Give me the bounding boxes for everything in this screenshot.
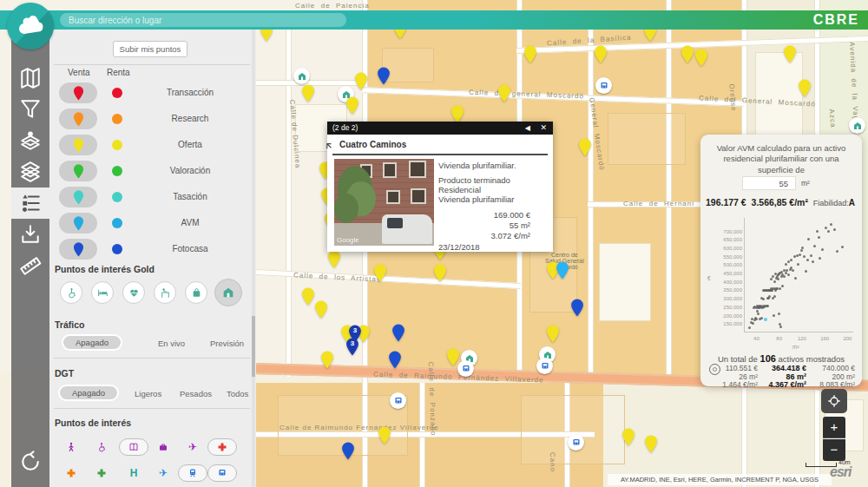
option-previsión[interactable]: Previsión xyxy=(210,339,244,348)
venta-toggle-avm[interactable] xyxy=(59,213,97,234)
train-map-marker[interactable] xyxy=(390,392,406,409)
renta-dot-fotocasa[interactable] xyxy=(112,244,122,254)
popup-prev-icon[interactable]: ◀ xyxy=(525,122,530,135)
app-logo[interactable] xyxy=(7,3,54,49)
poi-train-button[interactable] xyxy=(178,464,207,482)
option-pesados[interactable]: Pesados xyxy=(180,389,212,398)
lightblue-map-pin[interactable] xyxy=(556,261,569,280)
scrollbar-thumb[interactable] xyxy=(252,316,255,377)
yellow-map-pin[interactable] xyxy=(681,45,694,63)
yellow-map-pin[interactable] xyxy=(433,264,447,282)
renta-dot-oferta[interactable] xyxy=(112,140,122,150)
poi-wheelchair-button[interactable] xyxy=(92,438,111,456)
popup-close-icon[interactable]: ✕ xyxy=(540,122,547,135)
rail-item-legend[interactable] xyxy=(11,188,49,219)
panel-toggle-icon[interactable] xyxy=(709,364,720,375)
venta-column-header: Venta xyxy=(68,68,90,77)
refresh-button[interactable] xyxy=(11,443,49,481)
poi-plane-button[interactable]: ✈ xyxy=(183,438,202,456)
train-map-marker[interactable] xyxy=(595,77,612,94)
yellow-map-pin[interactable] xyxy=(314,300,328,319)
renta-dot-tasación[interactable] xyxy=(112,192,122,202)
building-map-marker[interactable] xyxy=(293,68,310,84)
upload-points-button[interactable]: Subir mis puntos xyxy=(113,41,187,57)
venta-toggle-transacción[interactable] xyxy=(59,82,97,103)
building-map-marker[interactable] xyxy=(849,117,865,134)
sidebar-scrollbar[interactable] xyxy=(252,30,255,487)
venta-toggle-oferta[interactable] xyxy=(59,135,97,155)
poi-briefcase-button[interactable] xyxy=(154,438,173,456)
renta-dot-transacción[interactable] xyxy=(112,88,122,98)
train-map-marker[interactable] xyxy=(568,434,584,451)
option-apagado[interactable]: Apagado xyxy=(58,385,119,401)
yellow-map-pin[interactable] xyxy=(373,264,387,282)
blue-map-pin[interactable] xyxy=(570,299,584,317)
gold-heart-button[interactable] xyxy=(122,281,145,304)
yellow-map-pin[interactable] xyxy=(783,45,797,63)
rail-item-layers-globe[interactable] xyxy=(11,125,49,156)
yellow-map-pin[interactable] xyxy=(327,250,341,268)
rail-item-basemap[interactable] xyxy=(11,63,49,94)
scatter-point xyxy=(801,247,804,249)
yellow-map-pin[interactable] xyxy=(301,84,315,102)
locate-button[interactable] xyxy=(821,389,847,413)
yellow-map-pin[interactable] xyxy=(621,428,635,446)
poi-person-button[interactable] xyxy=(62,438,81,456)
yellow-map-pin[interactable] xyxy=(497,84,511,102)
option-apagado[interactable]: Apagado xyxy=(62,334,122,351)
yellow-map-pin[interactable] xyxy=(320,351,334,369)
option-todos[interactable]: Todos xyxy=(227,389,248,398)
rail-item-layers[interactable] xyxy=(11,156,49,188)
surface-input[interactable] xyxy=(742,176,796,190)
renta-dot-avm[interactable] xyxy=(112,218,122,228)
venta-toggle-research[interactable] xyxy=(59,109,97,129)
venta-toggle-tasación[interactable] xyxy=(59,187,97,207)
zoom-out-button[interactable]: − xyxy=(823,439,845,461)
yellow-map-pin[interactable] xyxy=(578,138,592,156)
yellow-map-pin[interactable] xyxy=(378,426,391,444)
train-map-marker[interactable] xyxy=(536,358,553,374)
rail-item-download[interactable] xyxy=(11,219,49,250)
yellow-map-pin[interactable] xyxy=(546,325,560,343)
zoom-in-button[interactable]: + xyxy=(823,417,845,438)
yellow-map-pin[interactable] xyxy=(798,79,812,97)
y-tick: 450,000 xyxy=(713,271,742,276)
venta-toggle-valoración[interactable] xyxy=(59,161,97,181)
blue-map-pin[interactable] xyxy=(388,351,402,369)
option-en-vivo[interactable]: En vivo xyxy=(158,339,185,348)
cluster-map-pin[interactable]: 3 xyxy=(345,338,359,356)
yellow-map-pin[interactable] xyxy=(345,96,359,115)
poi-cross-button[interactable] xyxy=(92,464,111,482)
poi-cross-button[interactable] xyxy=(207,438,237,456)
yellow-map-pin[interactable] xyxy=(644,435,658,453)
poi-hospital-h-button[interactable]: H xyxy=(124,464,143,482)
yellow-map-pin[interactable] xyxy=(523,45,537,63)
yellow-map-pin[interactable] xyxy=(450,105,464,123)
poi-book-button[interactable] xyxy=(119,438,148,456)
poi-metro-button[interactable] xyxy=(207,464,237,482)
gold-bed-button[interactable] xyxy=(91,281,114,304)
poi-cross-button[interactable] xyxy=(62,464,81,482)
yellow-map-pin[interactable] xyxy=(301,287,315,306)
blue-map-pin[interactable] xyxy=(391,324,405,342)
rail-item-measure[interactable] xyxy=(11,250,49,281)
venta-toggle-fotocasa[interactable] xyxy=(59,239,97,260)
renta-dot-valoración[interactable] xyxy=(112,166,122,176)
gold-building-button[interactable] xyxy=(214,279,242,306)
yellow-map-pin[interactable] xyxy=(354,72,368,90)
renta-dot-research[interactable] xyxy=(112,114,122,124)
rail-item-filter[interactable] xyxy=(11,94,49,125)
gold-wheelchair-button[interactable] xyxy=(60,281,82,304)
y-tick: 500,000 xyxy=(713,262,742,267)
yellow-map-pin[interactable] xyxy=(594,45,608,63)
gold-lectern-button[interactable] xyxy=(154,281,176,304)
yellow-map-pin[interactable] xyxy=(446,348,460,366)
option-ligeros[interactable]: Ligeros xyxy=(135,389,161,398)
blue-map-pin[interactable] xyxy=(377,67,391,85)
zoom-to-icon[interactable] xyxy=(326,141,335,150)
blue-map-pin[interactable] xyxy=(341,442,355,460)
poi-plane-button[interactable]: ✈ xyxy=(154,464,173,482)
yellow-map-pin[interactable] xyxy=(694,49,708,67)
search-input[interactable] xyxy=(60,13,346,27)
gold-bag-button[interactable] xyxy=(185,281,207,304)
